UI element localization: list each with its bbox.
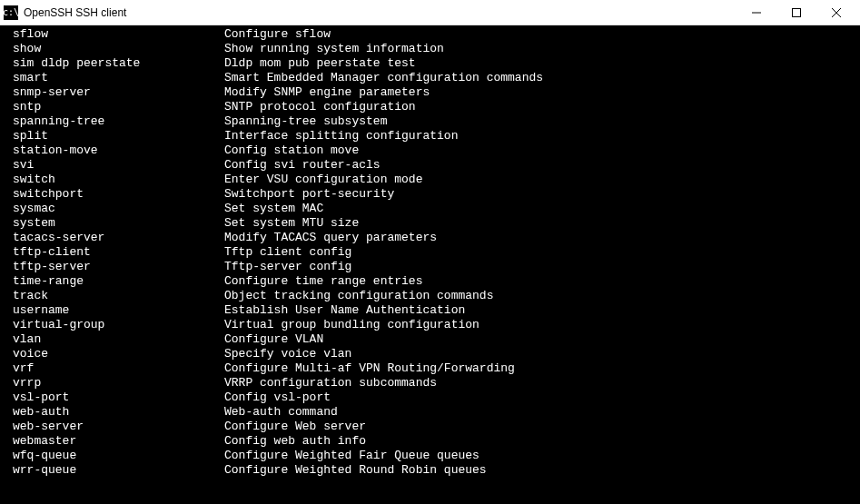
- command-help-row: trackObject tracking configuration comma…: [0, 289, 860, 303]
- command-name: sim dldp peerstate: [0, 56, 224, 71]
- command-help-row: time-rangeConfigure time range entries: [0, 274, 860, 289]
- command-name: virtual-group: [0, 318, 224, 332]
- command-name: smart: [0, 71, 224, 85]
- command-description: Configure Weighted Fair Queue queues: [224, 449, 479, 463]
- command-help-row: sim dldp peerstateDldp mom pub peerstate…: [0, 56, 860, 71]
- command-help-row: web-serverConfigure Web server: [0, 420, 860, 434]
- command-name: vlan: [0, 332, 224, 347]
- command-description: Establish User Name Authentication: [224, 303, 465, 318]
- command-help-row: usernameEstablish User Name Authenticati…: [0, 303, 860, 318]
- command-description: Show running system information: [224, 42, 444, 56]
- command-description: Tftp-server config: [224, 260, 351, 274]
- command-help-row: vlanConfigure VLAN: [0, 332, 860, 347]
- command-name: spanning-tree: [0, 114, 224, 129]
- command-name: show: [0, 42, 224, 56]
- command-description: Config station move: [224, 143, 359, 158]
- command-description: Switchport port-security: [224, 187, 394, 202]
- command-name: split: [0, 129, 224, 143]
- command-name: tftp-client: [0, 245, 224, 260]
- command-help-row: webmasterConfig web auth info: [0, 434, 860, 449]
- command-description: Configure time range entries: [224, 274, 422, 289]
- command-name: station-move: [0, 143, 224, 158]
- command-name: switch: [0, 173, 224, 187]
- command-description: Config vsl-port: [224, 390, 331, 405]
- command-help-row: switchportSwitchport port-security: [0, 187, 860, 202]
- command-help-row: wfq-queueConfigure Weighted Fair Queue q…: [0, 449, 860, 463]
- command-description: Virtual group bundling configuration: [224, 318, 479, 332]
- command-name: system: [0, 216, 224, 231]
- command-name: svi: [0, 158, 224, 173]
- command-description: Object tracking configuration commands: [224, 289, 493, 303]
- command-name: username: [0, 303, 224, 318]
- command-help-row: vsl-portConfig vsl-port: [0, 390, 860, 405]
- command-help-row: vrfConfigure Multi-af VPN Routing/Forwar…: [0, 361, 860, 376]
- command-description: Interface splitting configuration: [224, 129, 458, 143]
- command-description: Web-auth command: [224, 405, 338, 420]
- command-description: Set system MAC: [224, 202, 323, 216]
- command-help-row: spanning-treeSpanning-tree subsystem: [0, 114, 860, 129]
- command-description: Configure Multi-af VPN Routing/Forwardin…: [224, 361, 515, 376]
- command-help-row: wrr-queueConfigure Weighted Round Robin …: [0, 463, 860, 478]
- command-description: SNTP protocol configuration: [224, 100, 416, 114]
- command-description: Set system MTU size: [224, 216, 359, 231]
- command-help-row: smartSmart Embedded Manager configuratio…: [0, 71, 860, 85]
- command-description: Spanning-tree subsystem: [224, 114, 387, 129]
- command-help-row: sflowConfigure sflow: [0, 27, 860, 42]
- command-help-row: switchEnter VSU configuration mode: [0, 173, 860, 187]
- command-name: wfq-queue: [0, 449, 224, 463]
- command-description: Configure sflow: [224, 27, 331, 42]
- command-description: Configure Weighted Round Robin queues: [224, 463, 487, 478]
- command-help-row: tftp-clientTftp client config: [0, 245, 860, 260]
- command-help-row: sysmacSet system MAC: [0, 202, 860, 216]
- command-help-row: sviConfig svi router-acls: [0, 158, 860, 173]
- terminal-output[interactable]: sflowConfigure sflowshowShow running sys…: [0, 25, 860, 504]
- command-description: Dldp mom pub peerstate test: [224, 56, 416, 71]
- command-description: Modify SNMP engine parameters: [224, 85, 430, 100]
- command-name: webmaster: [0, 434, 224, 449]
- command-name: track: [0, 289, 224, 303]
- command-name: sysmac: [0, 202, 224, 216]
- command-name: web-server: [0, 420, 224, 434]
- command-name: vsl-port: [0, 390, 224, 405]
- command-help-row: sntpSNTP protocol configuration: [0, 100, 860, 114]
- command-description: Specify voice vlan: [224, 347, 351, 361]
- command-name: sntp: [0, 100, 224, 114]
- command-name: switchport: [0, 187, 224, 202]
- svg-rect-1: [793, 8, 801, 16]
- command-description: Configure Web server: [224, 420, 366, 434]
- command-name: time-range: [0, 274, 224, 289]
- command-help-row: vrrpVRRP configuration subcommands: [0, 376, 860, 390]
- command-help-row: web-authWeb-auth command: [0, 405, 860, 420]
- maximize-button[interactable]: [776, 0, 816, 25]
- command-name: vrf: [0, 361, 224, 376]
- app-icon: c:\: [4, 5, 18, 20]
- command-help-row: tacacs-serverModify TACACS query paramet…: [0, 231, 860, 245]
- window-controls: [736, 0, 856, 25]
- command-description: Tftp client config: [224, 245, 351, 260]
- command-name: tftp-server: [0, 260, 224, 274]
- command-help-row: systemSet system MTU size: [0, 216, 860, 231]
- command-description: Modify TACACS query parameters: [224, 231, 437, 245]
- command-name: sflow: [0, 27, 224, 42]
- command-name: tacacs-server: [0, 231, 224, 245]
- command-description: VRRP configuration subcommands: [224, 376, 437, 390]
- command-description: Enter VSU configuration mode: [224, 173, 422, 187]
- command-name: voice: [0, 347, 224, 361]
- command-help-row: voiceSpecify voice vlan: [0, 347, 860, 361]
- command-name: vrrp: [0, 376, 224, 390]
- command-help-row: snmp-serverModify SNMP engine parameters: [0, 85, 860, 100]
- command-name: web-auth: [0, 405, 224, 420]
- command-help-row: station-moveConfig station move: [0, 143, 860, 158]
- command-name: wrr-queue: [0, 463, 224, 478]
- command-description: Configure VLAN: [224, 332, 323, 347]
- command-help-row: virtual-groupVirtual group bundling conf…: [0, 318, 860, 332]
- command-help-row: showShow running system information: [0, 42, 860, 56]
- window-titlebar: c:\ OpenSSH SSH client: [0, 0, 860, 25]
- command-description: Config svi router-acls: [224, 158, 381, 173]
- window-title: OpenSSH SSH client: [24, 6, 736, 19]
- close-button[interactable]: [816, 0, 856, 25]
- command-help-row: tftp-serverTftp-server config: [0, 260, 860, 274]
- command-help-row: splitInterface splitting configuration: [0, 129, 860, 143]
- blank-line: [0, 478, 860, 492]
- minimize-button[interactable]: [736, 0, 776, 25]
